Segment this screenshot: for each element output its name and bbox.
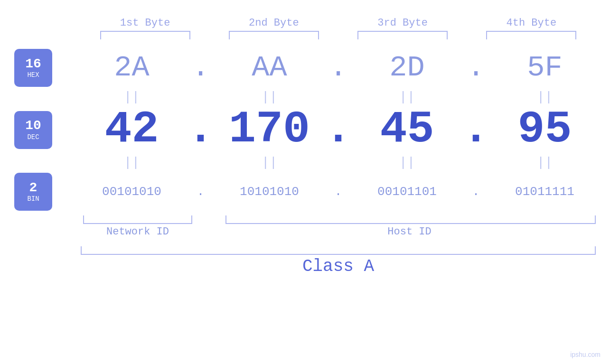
- dec-val-4: 95: [497, 107, 592, 152]
- byte-label-4: 4th Byte: [484, 17, 579, 29]
- bracket-top-4: [486, 31, 576, 39]
- equals-1: ||: [84, 90, 179, 104]
- dec-dot-1: .: [187, 107, 215, 152]
- equals-b4: ||: [497, 155, 592, 170]
- bracket-top-3: [357, 31, 448, 39]
- bracket-top-1: [100, 31, 190, 39]
- hex-dot-1: .: [187, 53, 215, 83]
- byte-label-3: 3rd Byte: [355, 17, 450, 29]
- host-id-bracket: [225, 215, 596, 224]
- hex-dot-2: .: [324, 53, 353, 83]
- badge-dec-label: DEC: [27, 133, 39, 141]
- equals-2: ||: [222, 90, 317, 104]
- bin-dot-2: .: [324, 186, 353, 198]
- bin-val-3: 00101101: [360, 186, 455, 198]
- bin-val-2: 10101010: [222, 186, 317, 198]
- equals-b2: ||: [222, 155, 317, 170]
- dec-val-2: 170: [222, 107, 317, 152]
- badge-dec-number: 10: [25, 119, 41, 133]
- bin-val-4: 01011111: [497, 186, 592, 198]
- byte-label-1: 1st Byte: [98, 17, 193, 29]
- main-container: 1st Byte 2nd Byte 3rd Byte 4th Byte 16 H…: [0, 0, 610, 364]
- badge-hex-label: HEX: [27, 71, 39, 79]
- equals-b3: ||: [360, 155, 455, 170]
- bracket-top-2: [229, 31, 319, 39]
- badge-hex-number: 16: [25, 57, 41, 72]
- bin-dot-3: .: [462, 186, 490, 198]
- watermark: ipshu.com: [570, 351, 601, 358]
- equals-b1: ||: [84, 155, 179, 170]
- network-id-label: Network ID: [106, 226, 169, 238]
- bin-val-1: 00101010: [84, 186, 179, 198]
- equals-3: ||: [360, 90, 455, 104]
- network-id-bracket: [83, 215, 192, 224]
- dec-val-3: 45: [360, 107, 455, 152]
- hex-val-4: 5F: [497, 53, 592, 83]
- class-bracket: [81, 246, 596, 255]
- badge-hex: 16 HEX: [14, 49, 52, 87]
- dec-val-1: 42: [84, 107, 179, 152]
- dec-dot-3: .: [462, 107, 490, 152]
- badge-dec: 10 DEC: [14, 111, 52, 149]
- host-id-label: Host ID: [387, 226, 431, 238]
- badge-bin: 2 BIN: [14, 173, 52, 211]
- dec-dot-2: .: [324, 107, 353, 152]
- hex-val-3: 2D: [360, 53, 455, 83]
- hex-dot-3: .: [462, 53, 490, 83]
- hex-val-1: 2A: [84, 53, 179, 83]
- class-label: Class A: [302, 257, 374, 276]
- byte-label-2: 2nd Byte: [226, 17, 321, 29]
- badge-bin-label: BIN: [27, 195, 39, 203]
- badge-bin-number: 2: [29, 181, 38, 196]
- equals-4: ||: [497, 90, 592, 104]
- bin-dot-1: .: [187, 186, 215, 198]
- hex-val-2: AA: [222, 53, 317, 83]
